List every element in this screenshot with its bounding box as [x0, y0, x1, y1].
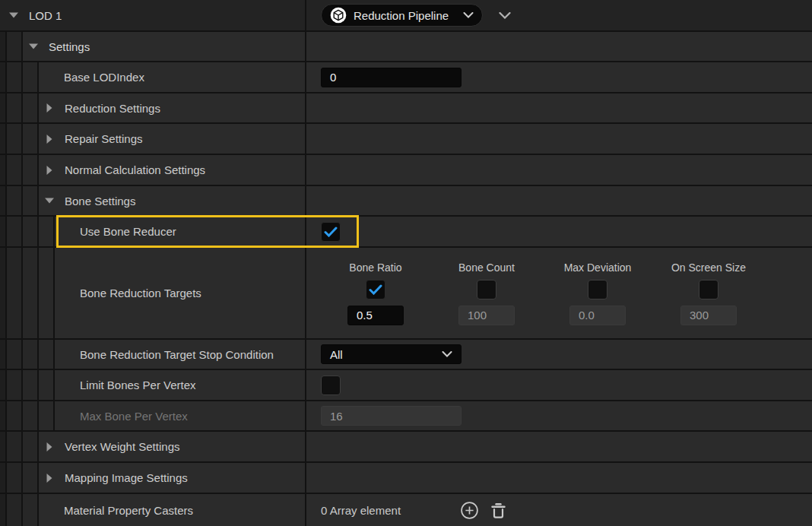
row-vertex-weight-settings[interactable]: Vertex Weight Settings: [0, 432, 812, 463]
max-deviation-input[interactable]: [569, 306, 626, 325]
indent-guide: [7, 401, 23, 430]
use-bone-reducer-checkbox[interactable]: [321, 222, 341, 242]
triangle-down-icon[interactable]: [45, 198, 54, 204]
row-bone-settings[interactable]: Bone Settings: [0, 186, 812, 217]
triangle-right-icon[interactable]: [45, 166, 54, 175]
row-reduction-settings[interactable]: Reduction Settings: [0, 93, 812, 124]
indent-guide: [23, 155, 39, 185]
bone-count-input[interactable]: [458, 306, 515, 325]
base-lod-index-value-cell: [306, 62, 812, 92]
lod-header-name-cell: LOD 1: [0, 0, 305, 30]
row-edge: [0, 217, 7, 246]
row-bone-reduction-targets: Bone Reduction Targets Bone Ratio Bone C…: [0, 248, 812, 340]
triangle-right-icon[interactable]: [45, 474, 54, 483]
row-edge: [0, 93, 7, 122]
category-label: Settings: [49, 40, 90, 53]
max-deviation-checkbox[interactable]: [588, 280, 607, 299]
checkmark-icon: [324, 227, 338, 237]
row-stop-condition: Bone Reduction Target Stop Condition All: [0, 340, 812, 370]
on-screen-size-checkbox[interactable]: [699, 280, 718, 299]
row-max-bone-per-vertex: Max Bone Per Vertex: [0, 401, 812, 432]
base-lod-index-name-cell: Base LODIndex: [39, 62, 305, 92]
vertex-weight-settings-value-cell: [306, 432, 812, 461]
category-label: Repair Settings: [65, 132, 143, 145]
bone-ratio-input[interactable]: [347, 306, 404, 325]
row-use-bone-reducer: Use Bone Reducer: [0, 217, 812, 248]
indent-guide: [23, 494, 39, 526]
column-label: On Screen Size: [671, 261, 746, 274]
trash-icon[interactable]: [490, 502, 506, 519]
indent-guide: [23, 124, 39, 154]
material-property-casters-value-cell: 0 Array element: [306, 494, 812, 526]
triangle-right-icon[interactable]: [45, 103, 54, 112]
bone-ratio-checkbox[interactable]: [366, 280, 385, 299]
normal-calculation-settings-value-cell: [306, 155, 812, 185]
category-label: Vertex Weight Settings: [65, 440, 179, 453]
plus-circle-icon[interactable]: [460, 501, 479, 520]
indent-guide: [23, 248, 39, 338]
triangle-down-icon[interactable]: [29, 43, 38, 49]
mapping-image-settings-name-cell: Mapping Image Settings: [39, 463, 305, 493]
row-edge: [0, 124, 7, 154]
indent-guide: [7, 494, 23, 526]
category-label: Reduction Settings: [65, 102, 160, 115]
indent-guide: [7, 432, 23, 461]
row-edge: [0, 155, 7, 185]
property-label: Use Bone Reducer: [80, 225, 176, 238]
indent-guide: [39, 248, 55, 338]
indent-guide: [23, 217, 39, 246]
lod-header-value-cell: Reduction Pipeline: [306, 0, 812, 30]
cube-icon: [330, 7, 347, 24]
array-element-count: 0 Array element: [321, 504, 401, 517]
row-normal-calculation-settings[interactable]: Normal Calculation Settings: [0, 155, 812, 186]
lod-details-panel: LOD 1 Reduction Pipeline: [0, 0, 812, 526]
row-limit-bones-per-vertex: Limit Bones Per Vertex: [0, 370, 812, 401]
reduction-pipeline-dropdown[interactable]: Reduction Pipeline: [321, 4, 483, 27]
category-label: Mapping Image Settings: [65, 471, 188, 484]
mapping-image-settings-value-cell: [306, 463, 812, 493]
row-mapping-image-settings[interactable]: Mapping Image Settings: [0, 463, 812, 494]
chevron-down-icon: [463, 12, 474, 18]
target-column-bone-ratio: Bone Ratio: [320, 261, 431, 325]
indent-guide: [23, 463, 39, 493]
lod-header-row[interactable]: LOD 1 Reduction Pipeline: [0, 0, 812, 32]
lod-title: LOD 1: [29, 9, 62, 22]
column-label: Bone Ratio: [349, 261, 401, 274]
stop-condition-dropdown[interactable]: All: [321, 344, 462, 364]
header-collapse-chevron-icon[interactable]: [499, 12, 511, 19]
checkmark-icon: [369, 284, 382, 295]
chevron-down-icon: [442, 351, 452, 357]
row-edge: [0, 432, 7, 461]
property-label: Bone Reduction Target Stop Condition: [80, 348, 274, 361]
on-screen-size-input[interactable]: [680, 306, 737, 325]
stop-condition-value: All: [330, 348, 343, 361]
bone-count-checkbox[interactable]: [477, 280, 496, 299]
base-lod-index-input[interactable]: [321, 68, 462, 87]
triangle-down-icon[interactable]: [9, 12, 18, 18]
limit-bones-per-vertex-name-cell: Limit Bones Per Vertex: [55, 370, 305, 400]
indent-guide: [7, 186, 23, 215]
indent-guide: [7, 32, 23, 61]
settings-name-cell: Settings: [23, 32, 305, 61]
triangle-right-icon[interactable]: [45, 442, 54, 452]
row-edge: [0, 32, 7, 61]
indent-guide: [7, 370, 23, 400]
indent-guide: [7, 155, 23, 185]
property-label: Base LODIndex: [64, 71, 144, 84]
limit-bones-per-vertex-checkbox[interactable]: [321, 375, 341, 395]
indent-guide: [7, 93, 23, 122]
row-edge: [0, 401, 7, 430]
target-column-bone-count: Bone Count: [431, 261, 542, 325]
max-bone-per-vertex-value-cell: [306, 401, 812, 430]
indent-guide: [23, 62, 39, 92]
triangle-right-icon[interactable]: [45, 135, 54, 144]
indent-guide: [39, 401, 55, 430]
row-repair-settings[interactable]: Repair Settings: [0, 124, 812, 155]
row-edge: [0, 186, 7, 215]
use-bone-reducer-value-cell: [306, 217, 812, 246]
row-material-property-casters: Material Property Casters 0 Array elemen…: [0, 494, 812, 526]
settings-value-cell: [306, 32, 812, 61]
max-bone-per-vertex-name-cell: Max Bone Per Vertex: [55, 401, 305, 430]
row-settings[interactable]: Settings: [0, 32, 812, 62]
normal-calculation-settings-name-cell: Normal Calculation Settings: [39, 155, 305, 185]
